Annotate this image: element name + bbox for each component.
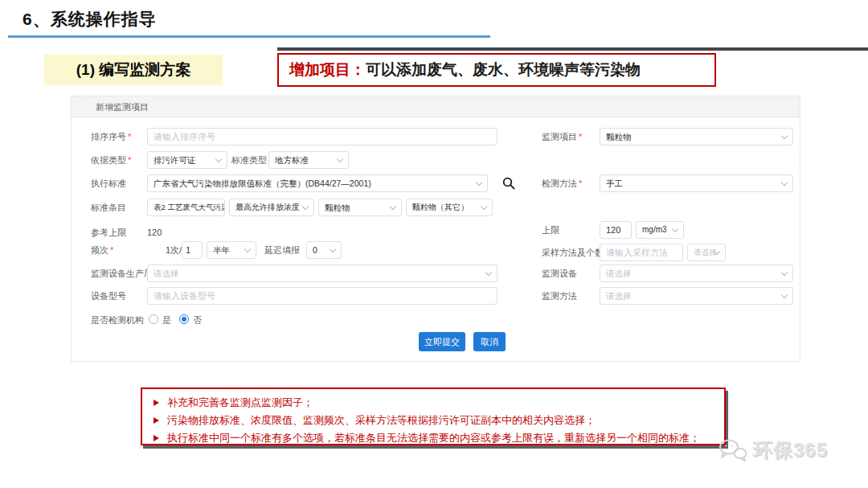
form-panel: 新增监测项目 排序序号* 监测项目* 颗粒物 依据类型* 排污许可证 标准类型 …: [71, 96, 800, 362]
select-placeholder: 请选择: [694, 244, 717, 260]
chevron-down-icon: [302, 203, 309, 210]
required-marker: *: [579, 178, 582, 188]
standard-type-label: 标准类型: [231, 151, 267, 169]
select-value: 颗粒物（其它）: [412, 199, 469, 215]
chevron-down-icon: [781, 269, 788, 276]
callout-box: 增加项目： 可以添加废气、废水、环境噪声等污染物: [277, 53, 716, 87]
standard-entry-label: 标准条目: [91, 199, 126, 216]
label-text: 是: [162, 315, 171, 325]
standard-entry-select-2[interactable]: 最高允许排放浓度: [229, 199, 314, 216]
monitor-method-label: 监测方法: [542, 287, 577, 305]
detect-method-select[interactable]: 手工: [600, 174, 793, 192]
wechat-logo-icon: [718, 438, 748, 462]
chevron-down-icon: [215, 156, 222, 162]
label-text: 监测设备: [542, 269, 577, 278]
device-model-input[interactable]: [147, 287, 497, 305]
basis-type-label: 依据类型*: [91, 151, 131, 169]
select-placeholder: 请选择: [606, 265, 632, 281]
select-value: 颗粒物: [606, 129, 632, 145]
watermark: 环保365: [718, 437, 828, 463]
callout-highlight: 增加项目：: [289, 59, 366, 80]
monitor-item-label: 监测项目*: [542, 128, 582, 146]
exec-standard-select[interactable]: 广东省大气污染物排放限值标准（完整）(DB44/27—2001): [147, 174, 488, 192]
frequency-label: 频次*: [91, 241, 113, 259]
radio-yes[interactable]: [149, 314, 158, 324]
search-icon[interactable]: [502, 177, 515, 190]
arrow-bullet-icon: [154, 400, 159, 406]
frequency-count-input[interactable]: [182, 241, 203, 259]
delay-report-select[interactable]: 0: [306, 241, 342, 259]
required-marker: *: [110, 245, 113, 255]
page-title: 6、系统操作指导: [23, 8, 157, 31]
label-text: 是否检测机构: [91, 315, 144, 325]
label-text: 标准条目: [91, 203, 126, 212]
chevron-down-icon: [390, 203, 396, 210]
upper-limit-label: 上限: [542, 221, 559, 239]
chevron-down-icon: [781, 292, 788, 298]
label-text: 延迟填报: [264, 245, 300, 255]
watermark-text: 环保365: [753, 437, 828, 463]
arrow-bullet-icon: [154, 435, 159, 441]
device-model-label: 设备型号: [91, 287, 126, 305]
section-label: (1) 编写监测方案: [44, 55, 223, 85]
monitor-method-select[interactable]: 请选择: [600, 287, 793, 305]
chevron-down-icon: [781, 179, 788, 186]
frequency-unit-select[interactable]: 半年: [207, 241, 256, 259]
select-value: 最高允许排放浓度: [235, 199, 300, 215]
cancel-button[interactable]: 取消: [473, 332, 506, 351]
label-text: 检测方法: [542, 178, 577, 188]
submit-button[interactable]: 立即提交: [419, 332, 465, 351]
chevron-down-icon: [481, 203, 487, 210]
form-title: 新增监测项目: [96, 96, 149, 117]
label-text: 参考上限: [91, 228, 126, 237]
label-text: 监测项目: [542, 132, 577, 141]
arrow-bullet-icon: [154, 417, 159, 424]
standard-entry-select-4[interactable]: 颗粒物（其它）: [406, 199, 493, 216]
upper-limit-unit-select[interactable]: mg/m3: [636, 221, 684, 239]
select-value: 0: [313, 242, 317, 258]
note-item: 补充和完善各监测点监测因子；: [154, 394, 724, 412]
note-text: 污染物排放标准、浓度限值、监测频次、采样方法等根据排污许可证副本中的相关内容选择…: [167, 413, 596, 428]
is-agency-label: 是否检测机构: [91, 311, 144, 329]
label-text: 排序序号: [91, 132, 126, 141]
radio-no[interactable]: [179, 314, 189, 324]
notes-box: 补充和完善各监测点监测因子； 污染物排放标准、浓度限值、监测频次、采样方法等根据…: [141, 388, 726, 445]
basis-type-select[interactable]: 排污许可证: [147, 151, 227, 169]
sampling-count-select[interactable]: 请选择: [687, 244, 726, 261]
select-placeholder: 请选择: [606, 288, 632, 304]
note-text: 补充和完善各监测点监测因子；: [167, 396, 313, 410]
select-placeholder: 请选择: [154, 265, 179, 281]
select-value: 地方标准: [275, 152, 309, 168]
sort-number-label: 排序序号*: [91, 128, 131, 146]
section-label-text: (1) 编写监测方案: [76, 59, 191, 80]
callout-text: 可以添加废气、废水、环境噪声等污染物: [366, 59, 641, 80]
select-value: 广东省大气污染物排放限值标准（完整）(DB44/27—2001): [154, 175, 371, 191]
select-value: 手工: [606, 175, 623, 191]
exec-standard-label: 执行标准: [91, 174, 126, 192]
label-text: 执行标准: [91, 178, 126, 188]
label-text: 监测方法: [542, 291, 577, 301]
note-item: 污染物排放标准、浓度限值、监测频次、采样方法等根据排污许可证副本中的相关内容选择…: [154, 412, 724, 429]
upper-limit-input[interactable]: [600, 221, 632, 239]
standard-entry-select-1[interactable]: 表2 工艺废气大气污染物排: [147, 199, 225, 216]
select-value: 颗粒物: [325, 199, 350, 215]
standard-type-select[interactable]: 地方标准: [268, 151, 349, 169]
detect-method-label: 检测方法*: [542, 174, 582, 192]
monitor-device-select[interactable]: 请选择: [600, 265, 793, 282]
note-text: 执行标准中同一个标准有多个选项，若标准条目无法选择需要的内容或参考上限有误，重新…: [167, 431, 700, 445]
ref-limit-label: 参考上限: [91, 223, 126, 241]
standard-entry-select-3[interactable]: 颗粒物: [318, 199, 402, 216]
sampling-method-input[interactable]: [600, 244, 683, 261]
ref-limit-value: 120: [147, 223, 162, 241]
radio-yes-label: 是: [162, 311, 171, 329]
frequency-prefix: 1次/: [166, 241, 182, 259]
sort-number-input[interactable]: [147, 128, 497, 146]
title-underline: [8, 35, 490, 38]
chevron-down-icon: [330, 246, 336, 252]
chevron-down-icon: [485, 269, 492, 276]
monitor-item-select[interactable]: 颗粒物: [600, 128, 793, 146]
label-text: 上限: [542, 225, 559, 235]
manufacturer-select[interactable]: 请选择: [147, 265, 497, 282]
select-value: 排污许可证: [154, 152, 196, 168]
label-text: 依据类型: [91, 155, 126, 165]
